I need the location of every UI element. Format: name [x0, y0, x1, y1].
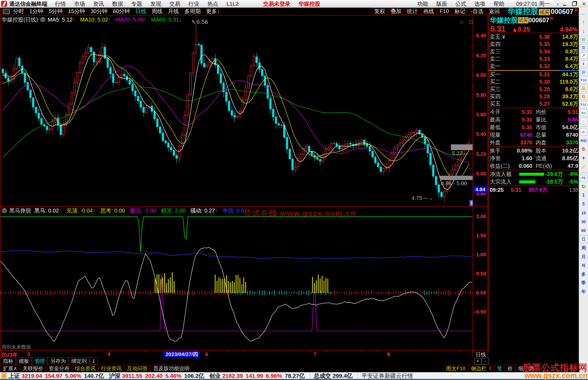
indicator-svg[interactable] [0, 215, 473, 350]
kline-icon[interactable]: ‖ [580, 60, 587, 67]
bid-row[interactable]: 买一5.3144.1万 [489, 71, 579, 78]
tab-笔[interactable]: 笔 [495, 365, 505, 372]
main-kline-chart[interactable]: ↖6.56 公式在线 www.gszx.com.cn 5.27 - 4.96 -… [0, 24, 473, 206]
bid-row[interactable]: 买四5.2839.2万 [489, 93, 579, 100]
period-quarter[interactable]: 季 [580, 279, 587, 287]
menu-item-热点[interactable]: 热点 [207, 1, 218, 7]
relation-tree-icon[interactable]: 品 [580, 85, 587, 92]
menu-item-L1L2[interactable]: L1L2 [226, 1, 239, 7]
tab-价[interactable]: 价 [505, 365, 515, 372]
index-group-创业[interactable]: 创业2182.39141.996.96%78.27亿 [209, 372, 310, 380]
period-button-60分钟[interactable]: 60分钟 [113, 8, 130, 14]
trend-line-icon[interactable]: ↗ [580, 52, 587, 59]
waves-icon[interactable]: ≈ [580, 129, 587, 135]
menu-item-版面[interactable]: 版面 [436, 1, 447, 7]
tab-模板[interactable]: 模板 [16, 357, 32, 365]
circle-icon[interactable]: ○ [580, 118, 587, 124]
period-button-30分钟[interactable]: 30分钟 [91, 8, 108, 14]
menu-item-功能[interactable]: 功能 [417, 1, 428, 7]
tab-普及版功能说明[interactable]: 普及版功能说明 [151, 365, 192, 372]
tab-指标[interactable]: 指标 [1, 357, 16, 365]
self-stock-icon[interactable]: 自 [580, 93, 587, 100]
menu-item-数据[interactable]: 数据 [112, 1, 123, 7]
menu-item-交易[interactable]: 交易 [169, 1, 180, 7]
period-60[interactable]: 60 [580, 227, 587, 234]
chevron-down-icon[interactable]: ˇ [40, 17, 45, 22]
toolbar-button-画线[interactable]: 画线 [421, 8, 437, 15]
kline-svg[interactable] [0, 24, 473, 206]
menu-item-选项[interactable]: 选项 [474, 1, 485, 7]
ask-row[interactable]: 卖二5.338.4万 [489, 55, 579, 63]
report-icon[interactable]: ▤ [580, 36, 587, 42]
menu-item-公式[interactable]: 公式 [455, 1, 466, 7]
period-button-更多〉[interactable]: 更多〉 [206, 8, 222, 14]
down-arrow-icon[interactable]: ↓ [580, 27, 587, 34]
period-button-15分钟[interactable]: 15分钟 [68, 8, 85, 14]
period-n[interactable]: N [580, 262, 587, 269]
bid-row[interactable]: 买五5.2752.6万 [489, 100, 579, 108]
period-button-分时[interactable]: 分时 [13, 8, 24, 14]
f5-icon[interactable]: F5 [580, 175, 587, 181]
close-icon[interactable]: × [580, 1, 588, 7]
ask-row[interactable]: 卖三5.340.8万 [489, 48, 579, 55]
period-month[interactable]: 月 [580, 253, 587, 260]
menu-item-发现[interactable]: 发现 [150, 1, 161, 7]
tab-另存为[interactable]: 另存为 [48, 357, 68, 365]
tab-行业资讯[interactable]: 行业资讯 [99, 365, 124, 372]
toolbar-button-复权[interactable]: 复权 [372, 8, 388, 15]
login-status[interactable]: 交易未登录 [263, 0, 290, 8]
menu-item-行情[interactable]: 行情 [55, 1, 66, 7]
zoom-in-button[interactable]: + [474, 358, 481, 364]
period-5[interactable]: 5 [580, 200, 587, 208]
menu-item-行业[interactable]: 行业 [188, 1, 199, 7]
trial-buy-badge[interactable]: 试买 [539, 9, 550, 16]
period-button-1分钟[interactable]: 1分钟 [29, 8, 43, 14]
toolbar-button-叠加[interactable]: 叠加 [388, 8, 404, 15]
back-arrow-icon[interactable]: ← [580, 10, 587, 17]
toolbar-button-返回[interactable]: 返回 [486, 8, 502, 15]
rsi-icon[interactable]: RSI [580, 137, 587, 144]
zoom-out-button[interactable]: - [482, 358, 489, 364]
period-button-5分钟[interactable]: 5分钟 [49, 8, 63, 14]
period-30[interactable]: 30 [580, 218, 587, 225]
tab-关联报价[interactable]: 关联报价 [20, 365, 46, 372]
period-day[interactable]: 日 [580, 235, 587, 243]
tab-侧边栏《[interactable]: 侧边栏《 [468, 365, 494, 372]
info-pages-icon[interactable]: ▤ [580, 69, 587, 75]
ask-row[interactable]: 卖五 ¥5.3614.8万 [489, 33, 579, 41]
quote-board-icon[interactable]: ▥ [580, 44, 587, 51]
toolbar-button-统计[interactable]: 统计 [405, 8, 420, 15]
market-board-icon[interactable] [1, 373, 7, 379]
f12-icon[interactable]: F12 [580, 101, 587, 108]
period-week[interactable]: 周 [580, 245, 587, 252]
toolbar-button-标记[interactable]: 标记 [452, 8, 468, 15]
tab-互动问答[interactable]: 互动问答 [125, 365, 150, 372]
tab-管理[interactable]: 管理 [32, 357, 47, 365]
tab-扩展∧[interactable]: 扩展∧ [1, 365, 20, 372]
ask-row[interactable]: 卖四5.3519.3万 [489, 41, 579, 48]
tab-图文F10[interactable]: 图文F10 [444, 365, 468, 372]
f10-icon[interactable]: F10 [580, 77, 587, 83]
tab-1[interactable]: 1 [90, 358, 98, 365]
bid-row[interactable]: 买三5.298.6万 [489, 86, 579, 93]
period-15[interactable]: 15 [580, 209, 587, 216]
restore-icon[interactable] [572, 2, 577, 6]
period-multi[interactable]: 多 [580, 271, 587, 278]
index-group-上证[interactable]: 上证3219.04154.975.06%140.7亿 [8, 372, 109, 380]
active-stock-menu[interactable]: 华媒控股 [299, 0, 320, 8]
minimize-icon[interactable] [563, 2, 566, 6]
toolbar-button-F10[interactable]: F10 [437, 8, 451, 15]
period-button-周线[interactable]: 周线 [152, 8, 163, 14]
index-group-总成交[interactable]: 总成交299.4亿 [314, 372, 358, 380]
bid-row[interactable]: 买二5.30119.0万 [489, 78, 579, 86]
up-arrow-icon[interactable]: ↑ [580, 19, 587, 26]
ask-row[interactable]: 卖一5.326.4万 [489, 63, 579, 70]
fx-icon[interactable]: f(x) [580, 110, 587, 116]
tab-综合资讯[interactable]: 综合资讯 [72, 365, 98, 372]
menu-item-资讯[interactable]: 资讯 [93, 1, 104, 7]
toolbar-button--自选[interactable]: -自选 [468, 8, 486, 15]
pencil-icon[interactable]: ／ [580, 163, 587, 170]
panel-toggle-icon[interactable] [3, 9, 10, 14]
period-button-日线[interactable]: 日线 [135, 8, 146, 14]
period-1[interactable]: 1 [580, 192, 587, 199]
